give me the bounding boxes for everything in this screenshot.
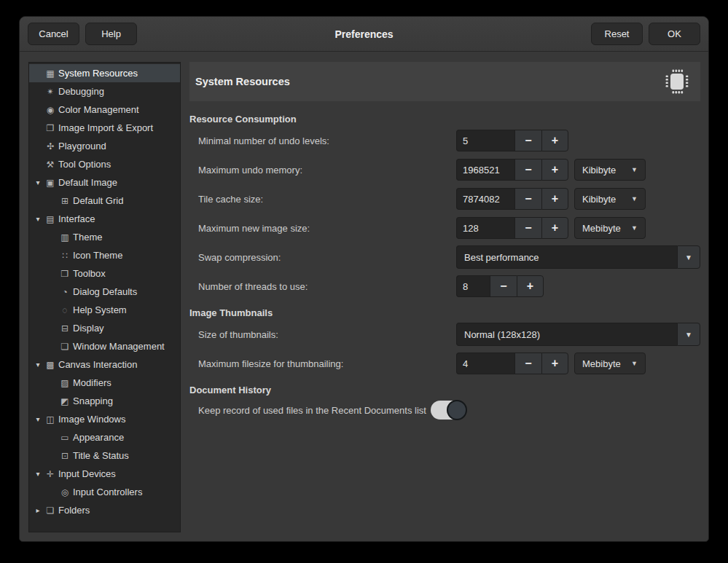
sidebar-item-modifiers[interactable]: ▨Modifiers (29, 374, 180, 392)
expander-expanded-icon[interactable]: ▾ (32, 361, 44, 369)
sidebar-item-tool-options[interactable]: ⚒Tool Options (29, 155, 180, 173)
row-controls: 7874082−+Kibibyte▼ (456, 188, 646, 210)
increment-button[interactable]: + (541, 353, 568, 374)
decrement-button[interactable]: − (514, 217, 541, 239)
sidebar-item-title-status[interactable]: ⊡Title & Status (29, 446, 180, 465)
sidebar-item-playground[interactable]: ✣Playground (29, 137, 180, 155)
sidebar-item-color-management[interactable]: ◉Color Management (29, 101, 180, 119)
sidebar-item-debugging[interactable]: ✴Debugging (29, 82, 180, 101)
increment-button[interactable]: + (517, 275, 544, 297)
toggle-knob (447, 400, 467, 420)
num-threads-input[interactable]: 8 (456, 275, 490, 297)
row-controls: 4−+Mebibyte▼ (456, 353, 646, 374)
expander-expanded-icon[interactable]: ▾ (32, 215, 44, 223)
sidebar-item-display[interactable]: ⊟Display (29, 319, 180, 337)
decrement-button[interactable]: − (514, 353, 541, 374)
row-label: Maximum filesize for thumbnailing: (198, 358, 456, 369)
expander-expanded-icon[interactable]: ▾ (32, 415, 44, 423)
sidebar-item-label: Icon Theme (73, 250, 122, 261)
sidebar-item-interface[interactable]: ▾▤Interface (29, 210, 180, 228)
expander-expanded-icon[interactable]: ▾ (32, 470, 44, 478)
row-label: Number of threads to use: (198, 281, 456, 292)
unit-dropdown-value: Kibibyte (582, 165, 616, 176)
chevron-down-icon[interactable]: ▼ (677, 323, 700, 346)
increment-button[interactable]: + (541, 217, 568, 239)
thumbnail-size-dropdown[interactable]: Normal (128x128)▼ (456, 323, 700, 346)
chevron-down-icon[interactable]: ▼ (677, 245, 700, 269)
decrement-button[interactable]: − (490, 275, 517, 297)
sidebar-item-label: Color Management (58, 104, 139, 115)
image-window-icon: ◫ (44, 414, 57, 425)
expander-expanded-icon[interactable]: ▾ (32, 178, 44, 186)
folder-icon: ❏ (44, 505, 57, 516)
sidebar-item-dialog-defaults[interactable]: ◔Dialog Defaults (29, 283, 180, 301)
thumbnail-filesize-unit-dropdown[interactable]: Mebibyte▼ (574, 353, 646, 374)
cpu-chip-icon: ▦ (44, 68, 57, 79)
sidebar-item-appearance[interactable]: ▭Appearance (29, 428, 180, 446)
sidebar-item-image-import-export[interactable]: ❐Image Import & Export (29, 119, 180, 137)
max-image-size-unit-dropdown[interactable]: Mebibyte▼ (574, 217, 646, 239)
swap-compression-dropdown[interactable]: Best performance▼ (456, 245, 700, 269)
undo-memory-unit-dropdown[interactable]: Kibibyte▼ (574, 159, 646, 181)
decrement-button[interactable]: − (514, 159, 541, 181)
title-status-icon: ⊡ (58, 451, 71, 461)
sidebar-item-help-system[interactable]: ◌Help System (29, 301, 180, 319)
wilber-icon: ✴ (44, 87, 57, 97)
chevron-down-icon: ▼ (631, 166, 638, 173)
row-controls: Normal (128x128)▼ (456, 323, 700, 346)
max-image-size-input[interactable]: 128 (456, 217, 514, 239)
increment-button[interactable]: + (541, 188, 568, 210)
propeller-icon: ✣ (44, 141, 57, 151)
expander-collapsed-icon[interactable]: ▸ (32, 506, 44, 514)
tile-cache-unit-dropdown[interactable]: Kibibyte▼ (574, 188, 646, 210)
sidebar-item-label: Tool Options (58, 159, 111, 170)
ok-button[interactable]: OK (649, 23, 700, 45)
thumbnail-filesize-input[interactable]: 4 (456, 353, 514, 374)
num-threads-spinbox: 8−+ (456, 275, 544, 297)
decrement-button[interactable]: − (514, 130, 541, 151)
sidebar-item-system-resources[interactable]: ▦System Resources (29, 64, 180, 82)
monitor-icon: ⊟ (58, 323, 71, 334)
sidebar-item-input-controllers[interactable]: ◎Input Controllers (29, 483, 180, 501)
chevron-down-icon: ▼ (631, 360, 638, 367)
sidebar-item-canvas-interaction[interactable]: ▾▩Canvas Interaction (29, 355, 180, 374)
sidebar-item-label: Image Import & Export (58, 122, 153, 133)
section-title: Document History (189, 385, 700, 395)
cancel-button[interactable]: Cancel (28, 23, 79, 45)
chevron-down-icon: ▼ (631, 224, 638, 232)
sidebar-item-snapping[interactable]: ◩Snapping (29, 392, 180, 410)
form-row: Swap compression:Best performance▼ (189, 243, 700, 272)
sidebar-item-label: Title & Status (73, 450, 129, 461)
appearance-icon: ▭ (58, 433, 71, 443)
increment-button[interactable]: + (541, 159, 568, 181)
windows-icon: ❏ (58, 342, 71, 352)
help-button[interactable]: Help (85, 23, 137, 45)
sidebar-item-toolbox[interactable]: ❒Toolbox (29, 264, 180, 283)
sidebar-item-window-management[interactable]: ❏Window Management (29, 337, 180, 355)
sidebar-item-input-devices[interactable]: ▾✛Input Devices (29, 465, 180, 483)
decrement-button[interactable]: − (514, 188, 541, 210)
section-title: Image Thumbnails (189, 307, 700, 318)
recent-documents-toggle[interactable] (431, 401, 466, 420)
settings-sections: Resource ConsumptionMinimal number of un… (189, 107, 700, 423)
undo-memory-input[interactable]: 1968521 (456, 159, 514, 181)
form-row: Maximum filesize for thumbnailing:4−+Meb… (189, 349, 700, 378)
sidebar-item-image-windows[interactable]: ▾◫Image Windows (29, 410, 180, 428)
sidebar-item-label: Help System (73, 304, 127, 315)
chevron-down-icon: ▼ (631, 195, 638, 202)
sidebar-item-folders[interactable]: ▸❏Folders (29, 501, 180, 519)
sidebar-item-label: Window Management (73, 341, 165, 352)
row-label: Minimal number of undo levels: (198, 135, 456, 146)
sidebar-item-icon-theme[interactable]: ∷Icon Theme (29, 246, 180, 264)
reset-button[interactable]: Reset (591, 23, 643, 45)
sidebar-item-theme[interactable]: ▥Theme (29, 228, 180, 246)
sidebar-item-label: System Resources (58, 68, 138, 79)
undo-levels-input[interactable]: 5 (456, 130, 514, 151)
row-label: Tile cache size: (198, 194, 456, 205)
sidebar-item-default-grid[interactable]: ⊞Default Grid (29, 192, 180, 210)
sidebar-item-label: Image Windows (58, 414, 125, 425)
tile-cache-input[interactable]: 7874082 (456, 188, 514, 210)
sidebar-item-label: Toolbox (73, 268, 106, 279)
increment-button[interactable]: + (541, 130, 568, 151)
sidebar-item-default-image[interactable]: ▾▣Default Image (29, 173, 180, 192)
